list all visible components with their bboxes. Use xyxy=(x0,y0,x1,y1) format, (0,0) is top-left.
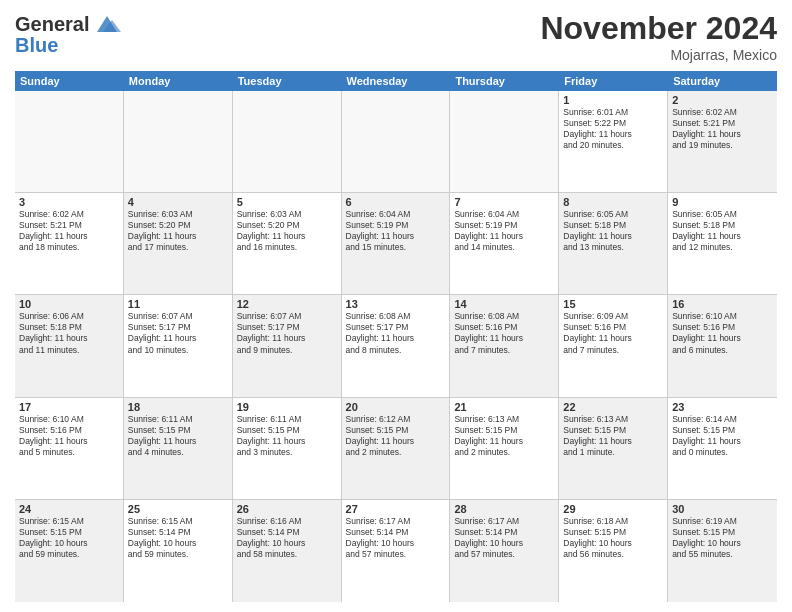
header-saturday: Saturday xyxy=(668,71,777,91)
day-number: 15 xyxy=(563,298,663,310)
day-number: 7 xyxy=(454,196,554,208)
day-content: Sunrise: 6:13 AM Sunset: 5:15 PM Dayligh… xyxy=(563,414,663,458)
calendar-cell: 4Sunrise: 6:03 AM Sunset: 5:20 PM Daylig… xyxy=(124,193,233,294)
calendar-cell: 15Sunrise: 6:09 AM Sunset: 5:16 PM Dayli… xyxy=(559,295,668,396)
calendar-cell: 29Sunrise: 6:18 AM Sunset: 5:15 PM Dayli… xyxy=(559,500,668,602)
calendar-cell: 6Sunrise: 6:04 AM Sunset: 5:19 PM Daylig… xyxy=(342,193,451,294)
day-number: 18 xyxy=(128,401,228,413)
day-content: Sunrise: 6:01 AM Sunset: 5:22 PM Dayligh… xyxy=(563,107,663,151)
day-content: Sunrise: 6:15 AM Sunset: 5:14 PM Dayligh… xyxy=(128,516,228,560)
calendar-week-1: 1Sunrise: 6:01 AM Sunset: 5:22 PM Daylig… xyxy=(15,91,777,193)
calendar-cell xyxy=(450,91,559,192)
calendar-cell: 26Sunrise: 6:16 AM Sunset: 5:14 PM Dayli… xyxy=(233,500,342,602)
day-content: Sunrise: 6:15 AM Sunset: 5:15 PM Dayligh… xyxy=(19,516,119,560)
calendar-cell: 18Sunrise: 6:11 AM Sunset: 5:15 PM Dayli… xyxy=(124,398,233,499)
day-number: 14 xyxy=(454,298,554,310)
day-number: 13 xyxy=(346,298,446,310)
calendar-cell xyxy=(124,91,233,192)
day-content: Sunrise: 6:09 AM Sunset: 5:16 PM Dayligh… xyxy=(563,311,663,355)
calendar-cell: 21Sunrise: 6:13 AM Sunset: 5:15 PM Dayli… xyxy=(450,398,559,499)
calendar-cell xyxy=(15,91,124,192)
calendar-cell: 28Sunrise: 6:17 AM Sunset: 5:14 PM Dayli… xyxy=(450,500,559,602)
calendar-cell: 3Sunrise: 6:02 AM Sunset: 5:21 PM Daylig… xyxy=(15,193,124,294)
day-number: 30 xyxy=(672,503,773,515)
day-number: 1 xyxy=(563,94,663,106)
day-number: 21 xyxy=(454,401,554,413)
day-number: 26 xyxy=(237,503,337,515)
day-number: 24 xyxy=(19,503,119,515)
day-content: Sunrise: 6:03 AM Sunset: 5:20 PM Dayligh… xyxy=(128,209,228,253)
day-content: Sunrise: 6:04 AM Sunset: 5:19 PM Dayligh… xyxy=(346,209,446,253)
day-content: Sunrise: 6:02 AM Sunset: 5:21 PM Dayligh… xyxy=(19,209,119,253)
logo-general: General xyxy=(15,13,89,36)
header: General Blue November 2024 Mojarras, Mex… xyxy=(15,10,777,63)
day-content: Sunrise: 6:05 AM Sunset: 5:18 PM Dayligh… xyxy=(672,209,773,253)
day-content: Sunrise: 6:11 AM Sunset: 5:15 PM Dayligh… xyxy=(128,414,228,458)
calendar-week-3: 10Sunrise: 6:06 AM Sunset: 5:18 PM Dayli… xyxy=(15,295,777,397)
day-content: Sunrise: 6:05 AM Sunset: 5:18 PM Dayligh… xyxy=(563,209,663,253)
header-thursday: Thursday xyxy=(450,71,559,91)
calendar-cell: 8Sunrise: 6:05 AM Sunset: 5:18 PM Daylig… xyxy=(559,193,668,294)
day-content: Sunrise: 6:10 AM Sunset: 5:16 PM Dayligh… xyxy=(672,311,773,355)
day-number: 5 xyxy=(237,196,337,208)
day-content: Sunrise: 6:19 AM Sunset: 5:15 PM Dayligh… xyxy=(672,516,773,560)
day-number: 6 xyxy=(346,196,446,208)
day-content: Sunrise: 6:04 AM Sunset: 5:19 PM Dayligh… xyxy=(454,209,554,253)
day-number: 25 xyxy=(128,503,228,515)
calendar-cell: 30Sunrise: 6:19 AM Sunset: 5:15 PM Dayli… xyxy=(668,500,777,602)
calendar-cell: 1Sunrise: 6:01 AM Sunset: 5:22 PM Daylig… xyxy=(559,91,668,192)
day-content: Sunrise: 6:03 AM Sunset: 5:20 PM Dayligh… xyxy=(237,209,337,253)
day-content: Sunrise: 6:02 AM Sunset: 5:21 PM Dayligh… xyxy=(672,107,773,151)
page: General Blue November 2024 Mojarras, Mex… xyxy=(0,0,792,612)
day-content: Sunrise: 6:08 AM Sunset: 5:17 PM Dayligh… xyxy=(346,311,446,355)
calendar-cell: 25Sunrise: 6:15 AM Sunset: 5:14 PM Dayli… xyxy=(124,500,233,602)
day-number: 8 xyxy=(563,196,663,208)
calendar: Sunday Monday Tuesday Wednesday Thursday… xyxy=(15,71,777,602)
month-title: November 2024 xyxy=(540,10,777,47)
calendar-week-4: 17Sunrise: 6:10 AM Sunset: 5:16 PM Dayli… xyxy=(15,398,777,500)
header-tuesday: Tuesday xyxy=(233,71,342,91)
day-number: 2 xyxy=(672,94,773,106)
header-sunday: Sunday xyxy=(15,71,124,91)
day-number: 9 xyxy=(672,196,773,208)
day-number: 4 xyxy=(128,196,228,208)
day-number: 10 xyxy=(19,298,119,310)
day-content: Sunrise: 6:07 AM Sunset: 5:17 PM Dayligh… xyxy=(128,311,228,355)
day-content: Sunrise: 6:14 AM Sunset: 5:15 PM Dayligh… xyxy=(672,414,773,458)
calendar-cell: 17Sunrise: 6:10 AM Sunset: 5:16 PM Dayli… xyxy=(15,398,124,499)
calendar-body: 1Sunrise: 6:01 AM Sunset: 5:22 PM Daylig… xyxy=(15,91,777,602)
calendar-week-2: 3Sunrise: 6:02 AM Sunset: 5:21 PM Daylig… xyxy=(15,193,777,295)
header-monday: Monday xyxy=(124,71,233,91)
day-number: 23 xyxy=(672,401,773,413)
calendar-cell: 16Sunrise: 6:10 AM Sunset: 5:16 PM Dayli… xyxy=(668,295,777,396)
calendar-cell: 20Sunrise: 6:12 AM Sunset: 5:15 PM Dayli… xyxy=(342,398,451,499)
day-content: Sunrise: 6:12 AM Sunset: 5:15 PM Dayligh… xyxy=(346,414,446,458)
calendar-cell: 19Sunrise: 6:11 AM Sunset: 5:15 PM Dayli… xyxy=(233,398,342,499)
day-content: Sunrise: 6:08 AM Sunset: 5:16 PM Dayligh… xyxy=(454,311,554,355)
day-number: 19 xyxy=(237,401,337,413)
day-content: Sunrise: 6:17 AM Sunset: 5:14 PM Dayligh… xyxy=(346,516,446,560)
day-number: 16 xyxy=(672,298,773,310)
day-content: Sunrise: 6:17 AM Sunset: 5:14 PM Dayligh… xyxy=(454,516,554,560)
calendar-cell: 12Sunrise: 6:07 AM Sunset: 5:17 PM Dayli… xyxy=(233,295,342,396)
calendar-cell: 9Sunrise: 6:05 AM Sunset: 5:18 PM Daylig… xyxy=(668,193,777,294)
day-content: Sunrise: 6:13 AM Sunset: 5:15 PM Dayligh… xyxy=(454,414,554,458)
calendar-cell xyxy=(342,91,451,192)
day-number: 17 xyxy=(19,401,119,413)
calendar-week-5: 24Sunrise: 6:15 AM Sunset: 5:15 PM Dayli… xyxy=(15,500,777,602)
calendar-cell: 2Sunrise: 6:02 AM Sunset: 5:21 PM Daylig… xyxy=(668,91,777,192)
day-content: Sunrise: 6:11 AM Sunset: 5:15 PM Dayligh… xyxy=(237,414,337,458)
day-number: 22 xyxy=(563,401,663,413)
logo: General Blue xyxy=(15,10,121,57)
header-wednesday: Wednesday xyxy=(342,71,451,91)
day-number: 12 xyxy=(237,298,337,310)
calendar-cell xyxy=(233,91,342,192)
calendar-cell: 11Sunrise: 6:07 AM Sunset: 5:17 PM Dayli… xyxy=(124,295,233,396)
day-number: 27 xyxy=(346,503,446,515)
calendar-cell: 27Sunrise: 6:17 AM Sunset: 5:14 PM Dayli… xyxy=(342,500,451,602)
day-number: 20 xyxy=(346,401,446,413)
calendar-cell: 23Sunrise: 6:14 AM Sunset: 5:15 PM Dayli… xyxy=(668,398,777,499)
day-content: Sunrise: 6:10 AM Sunset: 5:16 PM Dayligh… xyxy=(19,414,119,458)
day-content: Sunrise: 6:07 AM Sunset: 5:17 PM Dayligh… xyxy=(237,311,337,355)
logo-icon xyxy=(93,10,121,38)
